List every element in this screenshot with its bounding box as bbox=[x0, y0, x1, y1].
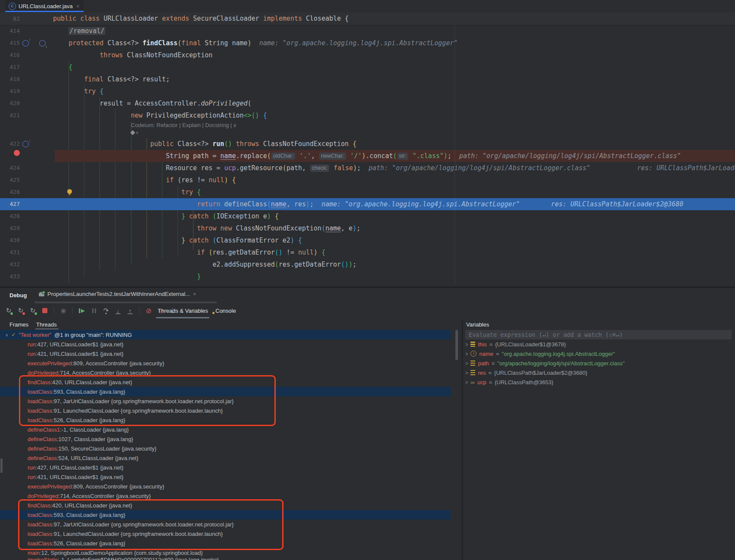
step-into-icon[interactable]: ↓ bbox=[114, 306, 122, 315]
stack-frame-row[interactable]: loadClass:593, ClassLoader {java.lang} bbox=[0, 510, 451, 520]
code-line[interactable]: 432 e2.addSuppressed(res.getDataError())… bbox=[0, 258, 735, 271]
resume-icon[interactable]: ▶ bbox=[78, 306, 86, 315]
code-line[interactable]: 431 if (res.getDataError() != null) { bbox=[0, 246, 735, 258]
stack-frame-row[interactable]: doPrivileged:714, AccessController {java… bbox=[0, 491, 451, 501]
step-over-icon[interactable]: ↷ bbox=[102, 306, 110, 315]
stack-frame-row[interactable]: loadClass:91, LaunchedClassLoader {org.s… bbox=[0, 529, 451, 538]
code-line[interactable]: 420 result = AccessController.doPrivileg… bbox=[0, 97, 735, 109]
variable-row[interactable]: >fname = "org.apache.logging.log4j.spi.A… bbox=[463, 349, 735, 358]
codeium-inlay-hint[interactable]: Codeium: Refactor | Explain | Docstring … bbox=[0, 121, 735, 130]
line-number[interactable]: 432 bbox=[0, 258, 20, 271]
code-line[interactable]: 419 try { bbox=[0, 85, 735, 97]
chevron-right-icon[interactable]: > bbox=[465, 360, 468, 366]
rerun-failed-tests-icon[interactable]: ↻ bbox=[16, 306, 25, 315]
rerun-icon[interactable]: ↻ bbox=[4, 306, 13, 315]
step-out-icon[interactable]: ↑ bbox=[126, 306, 134, 315]
code-line[interactable]: 428 } catch (IOException e) { bbox=[0, 210, 735, 222]
line-number[interactable]: 427 bbox=[0, 198, 20, 210]
line-number[interactable]: 429 bbox=[0, 222, 20, 234]
editor-tab[interactable]: C URLClassLoader.java × bbox=[5, 0, 84, 12]
code-line[interactable]: 429 throw new ClassNotFoundException(nam… bbox=[0, 222, 735, 234]
stack-frame-row[interactable]: loadClass:526, ClassLoader {java.lang} bbox=[0, 538, 451, 548]
chevron-right-icon[interactable]: > bbox=[465, 379, 468, 385]
code-line[interactable]: 433 } bbox=[0, 271, 735, 283]
codeium-actions-text[interactable]: Codeium: Refactor | Explain | Docstring … bbox=[131, 122, 236, 128]
tab-scrollbar-thumb[interactable] bbox=[34, 302, 217, 303]
code-line[interactable]: 425 if (res != null) { bbox=[0, 174, 735, 186]
stack-frame-row[interactable]: executePrivileged:809, AccessController … bbox=[0, 358, 451, 368]
stack-frame-row[interactable]: run:421, URLClassLoader$1 {java.net} bbox=[0, 349, 451, 358]
codeium-icon[interactable]: ∨ bbox=[131, 131, 139, 135]
restart-debug-icon[interactable]: ↻ bbox=[28, 306, 37, 315]
subtab-threads[interactable]: Threads bbox=[36, 321, 57, 328]
line-number[interactable]: 415 bbox=[0, 37, 20, 49]
stack-frame-row[interactable]: loadClass:97, JarUrlClassLoader {org.spr… bbox=[0, 520, 451, 529]
stack-frame-row[interactable]: executePrivileged:809, AccessController … bbox=[0, 482, 451, 491]
line-number[interactable]: 419 bbox=[0, 85, 20, 97]
line-number[interactable]: 422 bbox=[0, 138, 20, 150]
code-line[interactable]: 417 { bbox=[0, 61, 735, 73]
code-line[interactable]: 421 new PrivilegedExceptionAction<>() { bbox=[0, 109, 735, 121]
line-number[interactable]: 421 bbox=[0, 109, 20, 121]
override-down-icon[interactable]: ↓ bbox=[39, 40, 46, 47]
code-editor[interactable]: 414 /removal/415↑↓ protected Class<?> fi… bbox=[0, 25, 735, 286]
stack-frame-row[interactable]: defineClass:150, SecureClassLoader {java… bbox=[0, 444, 451, 453]
line-number[interactable]: 420 bbox=[0, 97, 20, 109]
variable-row[interactable]: >path = "org/apache/logging/log4j/spi/Ab… bbox=[463, 358, 735, 368]
stack-frame-row[interactable]: run:427, URLClassLoader$1 {java.net} bbox=[0, 463, 451, 472]
code-line[interactable]: 424 Resource res = ucp.getResource(path,… bbox=[0, 162, 735, 174]
line-number[interactable]: 426 bbox=[0, 186, 20, 198]
code-line[interactable]: 414 /removal/ bbox=[0, 25, 735, 37]
breakpoint-line[interactable]: String path = name.replace(oldChar: '.',… bbox=[0, 150, 735, 162]
code-line[interactable]: 416 throws ClassNotFoundException bbox=[0, 49, 735, 61]
tab-console[interactable]: Console bbox=[215, 308, 236, 314]
variable-row[interactable]: >∞ucp = {URLClassPath@3653} bbox=[463, 377, 735, 387]
stack-frame-row[interactable]: loadClass:593, ClassLoader {java.lang} bbox=[0, 387, 451, 396]
line-number[interactable]: 418 bbox=[0, 73, 20, 85]
debug-session-tab[interactable]: PropertiesLauncherTests2.testJarWithInne… bbox=[39, 291, 196, 297]
code-line[interactable]: 426 try { bbox=[0, 186, 735, 198]
stack-frame-row[interactable]: run:427, URLClassLoader$1 {java.net} bbox=[0, 339, 451, 349]
line-number[interactable]: 431 bbox=[0, 246, 20, 258]
code-line[interactable]: 415↑↓ protected Class<?> findClass(final… bbox=[0, 37, 735, 49]
variable-row[interactable]: >this = {URLClassLoader$1@3678} bbox=[463, 339, 735, 349]
subtab-frames[interactable]: Frames bbox=[9, 321, 28, 328]
line-number[interactable]: 424 bbox=[0, 162, 20, 174]
stack-frame-row[interactable]: run:421, URLClassLoader$1 {java.net} bbox=[0, 472, 451, 482]
line-number[interactable] bbox=[0, 150, 20, 156]
evaluate-expression-input[interactable]: Evaluate expression (↵) or add a watch (… bbox=[465, 330, 732, 339]
tab-threads-and-variables[interactable]: Threads & Variables bbox=[158, 308, 208, 314]
intention-bulb-icon[interactable] bbox=[67, 189, 72, 194]
override-up-icon[interactable]: ↑ bbox=[22, 40, 29, 47]
code-line[interactable]: 418 final Class<?> result; bbox=[0, 73, 735, 85]
pause-icon[interactable] bbox=[90, 306, 98, 315]
stack-frame-row[interactable]: findClass:420, URLClassLoader {java.net} bbox=[0, 377, 451, 387]
chevron-right-icon[interactable]: > bbox=[465, 370, 468, 376]
coverage-icon[interactable]: ◉ bbox=[59, 306, 68, 315]
chevron-down-icon[interactable]: ∨ bbox=[5, 333, 8, 337]
chevron-right-icon[interactable]: > bbox=[465, 351, 468, 357]
line-number[interactable]: 433 bbox=[0, 271, 20, 283]
stack-frame-row[interactable]: loadClass:526, ClassLoader {java.lang} bbox=[0, 415, 451, 425]
variable-row[interactable]: >res = {URLClassPath$JarLoader$2@3680} bbox=[463, 368, 735, 377]
current-execution-line[interactable]: 427 return defineClass(name, res); name:… bbox=[0, 198, 735, 210]
line-number[interactable]: 428 bbox=[0, 210, 20, 222]
close-tab-icon[interactable]: × bbox=[76, 3, 80, 9]
scrollbar-thumb[interactable] bbox=[0, 458, 3, 473]
stack-frame-row[interactable]: findClass:420, URLClassLoader {java.net} bbox=[0, 501, 451, 510]
breakpoint-icon[interactable] bbox=[14, 150, 20, 156]
line-number[interactable]: 414 bbox=[0, 25, 20, 37]
stack-frame-row[interactable]: loadClass:97, JarUrlClassLoader {org.spr… bbox=[0, 396, 451, 406]
line-number[interactable]: 417 bbox=[0, 61, 20, 73]
line-number[interactable]: 430 bbox=[0, 234, 20, 246]
stack-frame-row[interactable]: loadClass:91, LaunchedClassLoader {org.s… bbox=[0, 406, 451, 415]
line-number[interactable]: 416 bbox=[0, 49, 20, 61]
stack-frame-row[interactable]: defineClass1:-1, ClassLoader {java.lang} bbox=[0, 425, 451, 434]
mute-breakpoints-icon[interactable]: ⊘ bbox=[144, 306, 153, 315]
code-line[interactable]: 430 } catch (ClassFormatError e2) { bbox=[0, 234, 735, 246]
code-line[interactable]: 422↑ public Class<?> run() throws ClassN… bbox=[0, 138, 735, 150]
scrollbar-thumb[interactable] bbox=[455, 330, 458, 360]
close-session-icon[interactable]: × bbox=[193, 291, 196, 297]
stack-frame-row[interactable]: doPrivileged:714, AccessController {java… bbox=[0, 368, 451, 377]
stack-frame-row[interactable]: defineClass:1027, ClassLoader {java.lang… bbox=[0, 434, 451, 444]
